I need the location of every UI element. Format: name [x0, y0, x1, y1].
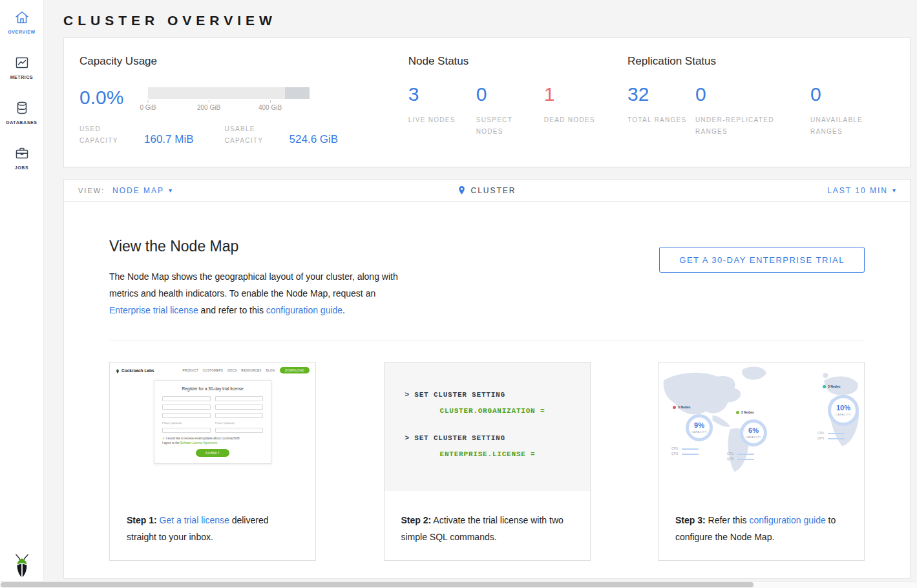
- capacity-bar-ticks: 0 GiB 200 GiB 400 GiB: [148, 100, 310, 116]
- breadcrumb: CLUSTER: [64, 185, 910, 195]
- total-ranges-value: 32: [627, 85, 695, 104]
- time-range-dropdown[interactable]: LAST 10 MIN ▾: [827, 186, 896, 195]
- capacity-donut: 6% CAPACITY: [740, 419, 767, 446]
- time-range-value: LAST 10 MIN: [827, 186, 888, 195]
- region-dot-icon: [673, 406, 676, 409]
- node-map-preview: 3 Nodes 3 Nodes 3 Nodes 9% CAPACITY: [659, 362, 864, 491]
- dead-nodes-value: 1: [544, 85, 612, 104]
- cluster-summary-card: Capacity Usage 0.0% 0 GiB 200 GiB 400 Gi…: [63, 37, 911, 167]
- dead-nodes-stat: 1 DEAD NODES: [544, 85, 612, 137]
- unavailable-ranges-stat: 0 UNAVAILABLE RANGES: [810, 85, 894, 137]
- node-map-title: View the Node Map: [109, 238, 408, 255]
- phone-field-label: Phone (Optional): [162, 421, 211, 425]
- under-replicated-ranges-value: 0: [695, 85, 810, 104]
- total-ranges-stat: 32 TOTAL RANGES: [627, 85, 695, 137]
- phone-field-label: Phone (Optional): [215, 421, 264, 425]
- unavailable-ranges-label: UNAVAILABLE RANGES: [810, 114, 894, 137]
- trial-registration-form: Register for a 30-day trial license Phon…: [154, 380, 271, 464]
- capacity-tick: 400 GiB: [258, 100, 282, 111]
- description-text: The Node Map shows the geographical layo…: [109, 271, 398, 299]
- cockroach-labs-brand: Cockroach Labs: [116, 368, 154, 373]
- capacity-tick: 0 GiB: [140, 100, 156, 111]
- suspect-nodes-label: SUSPECT NODES: [476, 114, 544, 137]
- main-content: CLUSTER OVERVIEW Capacity Usage 0.0% 0 G…: [44, 0, 917, 579]
- usable-capacity-value: 524.6 GiB: [290, 133, 339, 146]
- unavailable-ranges-value: 0: [810, 85, 894, 104]
- region-chip: 3 Nodes: [673, 405, 690, 409]
- setup-steps: Cockroach Labs PRODUCT CUSTOMERS DOCS RE…: [109, 362, 865, 561]
- dead-nodes-label: DEAD NODES: [544, 114, 612, 126]
- registration-page-thumbnail: Cockroach Labs PRODUCT CUSTOMERS DOCS RE…: [110, 362, 315, 491]
- region-chip: 3 Nodes: [736, 410, 754, 414]
- metrics-icon: [14, 55, 30, 70]
- sidebar-item-label: METRICS: [10, 75, 34, 79]
- page-title: CLUSTER OVERVIEW: [63, 13, 911, 28]
- capacity-tick: 200 GiB: [197, 100, 220, 111]
- configuration-guide-link[interactable]: configuration guide: [749, 515, 825, 525]
- view-dropdown-value: NODE MAP: [112, 186, 164, 195]
- sidebar-item-metrics[interactable]: METRICS: [0, 44, 43, 89]
- get-trial-license-link[interactable]: Get a trial license: [160, 515, 229, 525]
- used-capacity-label: USED CAPACITY: [79, 123, 139, 146]
- under-replicated-ranges-stat: 0 UNDER-REPLICATED RANGES: [695, 85, 810, 137]
- step3-card: 3 Nodes 3 Nodes 3 Nodes 9% CAPACITY: [658, 362, 865, 561]
- sidebar-item-label: OVERVIEW: [8, 30, 35, 34]
- capacity-bar-track: [148, 87, 310, 99]
- view-bar: VIEW: NODE MAP ▾ CLUSTER LAST 10 MIN ▾: [63, 179, 911, 202]
- node-status-title: Node Status: [408, 55, 613, 68]
- form-title: Register for a 30-day trial license: [162, 386, 263, 391]
- step1-screenshot: Cockroach Labs PRODUCT CUSTOMERS DOCS RE…: [110, 362, 315, 491]
- capacity-usage-title: Capacity Usage: [79, 55, 390, 68]
- location-pin-icon: [458, 185, 466, 195]
- sql-code-block: > SET CLUSTER SETTING CLUSTER.ORGANIZATI…: [385, 362, 590, 491]
- code-line: CLUSTER.ORGANIZATION =: [440, 407, 590, 415]
- capacity-donut: 9% CAPACITY: [686, 414, 713, 441]
- breadcrumb-cluster-label: CLUSTER: [470, 186, 516, 195]
- briefcase-icon: [14, 145, 30, 161]
- sidebar-item-label: JOBS: [15, 165, 28, 170]
- region-dot-icon: [736, 411, 739, 414]
- code-line: > SET CLUSTER SETTING: [405, 434, 590, 442]
- region-chip: 3 Nodes: [823, 384, 840, 388]
- enterprise-trial-button[interactable]: GET A 30-DAY ENTERPRISE TRIAL: [659, 247, 865, 273]
- total-ranges-label: TOTAL RANGES: [627, 114, 695, 126]
- capacity-bar-reserved-segment: [285, 87, 310, 99]
- live-nodes-stat: 3 LIVE NODES: [408, 85, 476, 137]
- configuration-guide-link[interactable]: configuration guide: [266, 305, 343, 315]
- step2-caption: Step 2: Activate the trial license with …: [385, 491, 590, 545]
- live-nodes-label: LIVE NODES: [408, 114, 476, 126]
- replication-status-section: Replication Status 32 TOTAL RANGES 0 UND…: [627, 55, 894, 147]
- site-nav: PRODUCT CUSTOMERS DOCS RESOURCES BLOG: [182, 369, 275, 372]
- capacity-donut: 10% CAPACITY: [828, 395, 859, 426]
- step1-card: Cockroach Labs PRODUCT CUSTOMERS DOCS RE…: [109, 362, 316, 561]
- step3-caption: Step 3: Refer this configuration guide t…: [659, 491, 864, 545]
- enterprise-trial-license-link[interactable]: Enterprise trial license: [109, 305, 198, 315]
- database-icon: [14, 100, 30, 116]
- email-optin-row: ✓ I would like to receive email updates …: [162, 437, 263, 440]
- sidebar-item-databases[interactable]: DATABASES: [0, 89, 43, 134]
- license-agree-row: I agree to the Software License Agreemen…: [162, 441, 263, 445]
- sidebar: OVERVIEW METRICS DATABASES JOBS: [0, 0, 44, 588]
- cockroachdb-logo[interactable]: [0, 554, 43, 578]
- view-dropdown[interactable]: NODE MAP ▾: [112, 186, 172, 195]
- sidebar-item-label: DATABASES: [6, 120, 37, 125]
- description-text: .: [343, 305, 345, 315]
- capacity-used-percent: 0.0%: [79, 88, 148, 107]
- cockroach-labs-logo-icon: [116, 368, 120, 373]
- sidebar-item-jobs[interactable]: JOBS: [0, 134, 43, 180]
- capacity-usage-section: Capacity Usage 0.0% 0 GiB 200 GiB 400 Gi…: [79, 55, 390, 147]
- node-stats: CPU QPS: [671, 445, 699, 456]
- node-map-intro: View the Node Map The Node Map shows the…: [109, 238, 408, 319]
- horizontal-scrollbar-thumb[interactable]: [1, 582, 754, 587]
- node-stats: CPU QPS: [727, 450, 754, 461]
- chevron-down-icon: ▾: [892, 187, 896, 194]
- software-license-link: Software License Agreement: [180, 441, 218, 445]
- node-stats: CPU QPS: [817, 430, 845, 440]
- code-line: > SET CLUSTER SETTING: [405, 391, 590, 399]
- live-nodes-value: 3: [408, 85, 476, 104]
- node-map-description: The Node Map shows the geographical layo…: [109, 268, 408, 319]
- sidebar-item-overview[interactable]: OVERVIEW: [0, 0, 43, 44]
- code-line: ENTERPRISE.LICENSE =: [440, 450, 590, 458]
- node-map-card: View the Node Map The Node Map shows the…: [63, 201, 911, 579]
- home-icon: [14, 10, 30, 25]
